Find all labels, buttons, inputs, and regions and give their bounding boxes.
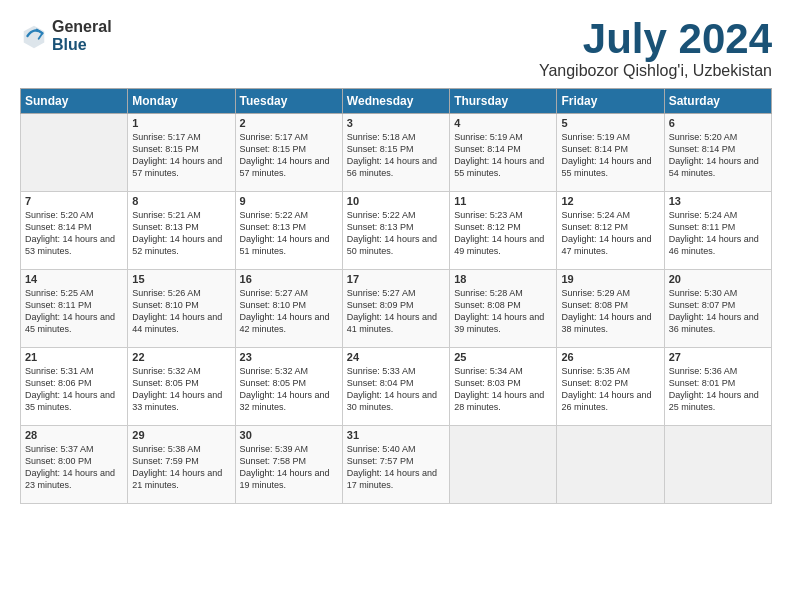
calendar-container: General Blue July 2024 Yangibozor Qishlo…	[0, 0, 792, 514]
day-number: 21	[25, 351, 123, 363]
cell-info: Sunrise: 5:17 AMSunset: 8:15 PMDaylight:…	[240, 132, 330, 178]
col-saturday: Saturday	[664, 89, 771, 114]
day-number: 10	[347, 195, 445, 207]
calendar-table: Sunday Monday Tuesday Wednesday Thursday…	[20, 88, 772, 504]
month-title: July 2024	[539, 18, 772, 60]
calendar-cell: 23Sunrise: 5:32 AMSunset: 8:05 PMDayligh…	[235, 348, 342, 426]
week-row-1: 1Sunrise: 5:17 AMSunset: 8:15 PMDaylight…	[21, 114, 772, 192]
day-number: 22	[132, 351, 230, 363]
cell-info: Sunrise: 5:38 AMSunset: 7:59 PMDaylight:…	[132, 444, 222, 490]
cell-info: Sunrise: 5:20 AMSunset: 8:14 PMDaylight:…	[669, 132, 759, 178]
header-row: Sunday Monday Tuesday Wednesday Thursday…	[21, 89, 772, 114]
calendar-cell: 15Sunrise: 5:26 AMSunset: 8:10 PMDayligh…	[128, 270, 235, 348]
cell-info: Sunrise: 5:24 AMSunset: 8:12 PMDaylight:…	[561, 210, 651, 256]
cell-info: Sunrise: 5:31 AMSunset: 8:06 PMDaylight:…	[25, 366, 115, 412]
week-row-3: 14Sunrise: 5:25 AMSunset: 8:11 PMDayligh…	[21, 270, 772, 348]
calendar-cell: 8Sunrise: 5:21 AMSunset: 8:13 PMDaylight…	[128, 192, 235, 270]
calendar-cell: 11Sunrise: 5:23 AMSunset: 8:12 PMDayligh…	[450, 192, 557, 270]
calendar-cell	[450, 426, 557, 504]
cell-info: Sunrise: 5:17 AMSunset: 8:15 PMDaylight:…	[132, 132, 222, 178]
calendar-cell: 7Sunrise: 5:20 AMSunset: 8:14 PMDaylight…	[21, 192, 128, 270]
day-number: 19	[561, 273, 659, 285]
day-number: 6	[669, 117, 767, 129]
calendar-cell: 31Sunrise: 5:40 AMSunset: 7:57 PMDayligh…	[342, 426, 449, 504]
calendar-cell: 1Sunrise: 5:17 AMSunset: 8:15 PMDaylight…	[128, 114, 235, 192]
day-number: 26	[561, 351, 659, 363]
day-number: 8	[132, 195, 230, 207]
day-number: 18	[454, 273, 552, 285]
day-number: 14	[25, 273, 123, 285]
cell-info: Sunrise: 5:21 AMSunset: 8:13 PMDaylight:…	[132, 210, 222, 256]
day-number: 24	[347, 351, 445, 363]
calendar-cell: 5Sunrise: 5:19 AMSunset: 8:14 PMDaylight…	[557, 114, 664, 192]
logo: General Blue	[20, 18, 112, 54]
cell-info: Sunrise: 5:40 AMSunset: 7:57 PMDaylight:…	[347, 444, 437, 490]
calendar-cell: 3Sunrise: 5:18 AMSunset: 8:15 PMDaylight…	[342, 114, 449, 192]
cell-info: Sunrise: 5:33 AMSunset: 8:04 PMDaylight:…	[347, 366, 437, 412]
location-title: Yangibozor Qishlog'i, Uzbekistan	[539, 62, 772, 80]
calendar-cell	[21, 114, 128, 192]
day-number: 3	[347, 117, 445, 129]
calendar-cell: 12Sunrise: 5:24 AMSunset: 8:12 PMDayligh…	[557, 192, 664, 270]
day-number: 28	[25, 429, 123, 441]
logo-blue: Blue	[52, 36, 87, 53]
day-number: 31	[347, 429, 445, 441]
day-number: 5	[561, 117, 659, 129]
logo-icon	[20, 22, 48, 50]
calendar-cell: 4Sunrise: 5:19 AMSunset: 8:14 PMDaylight…	[450, 114, 557, 192]
col-monday: Monday	[128, 89, 235, 114]
day-number: 16	[240, 273, 338, 285]
calendar-cell: 30Sunrise: 5:39 AMSunset: 7:58 PMDayligh…	[235, 426, 342, 504]
cell-info: Sunrise: 5:22 AMSunset: 8:13 PMDaylight:…	[347, 210, 437, 256]
day-number: 11	[454, 195, 552, 207]
cell-info: Sunrise: 5:34 AMSunset: 8:03 PMDaylight:…	[454, 366, 544, 412]
cell-info: Sunrise: 5:36 AMSunset: 8:01 PMDaylight:…	[669, 366, 759, 412]
cell-info: Sunrise: 5:19 AMSunset: 8:14 PMDaylight:…	[561, 132, 651, 178]
calendar-cell: 20Sunrise: 5:30 AMSunset: 8:07 PMDayligh…	[664, 270, 771, 348]
logo-text: General Blue	[52, 18, 112, 54]
calendar-cell: 10Sunrise: 5:22 AMSunset: 8:13 PMDayligh…	[342, 192, 449, 270]
day-number: 30	[240, 429, 338, 441]
cell-info: Sunrise: 5:37 AMSunset: 8:00 PMDaylight:…	[25, 444, 115, 490]
day-number: 25	[454, 351, 552, 363]
cell-info: Sunrise: 5:35 AMSunset: 8:02 PMDaylight:…	[561, 366, 651, 412]
day-number: 9	[240, 195, 338, 207]
cell-info: Sunrise: 5:20 AMSunset: 8:14 PMDaylight:…	[25, 210, 115, 256]
calendar-cell: 21Sunrise: 5:31 AMSunset: 8:06 PMDayligh…	[21, 348, 128, 426]
cell-info: Sunrise: 5:26 AMSunset: 8:10 PMDaylight:…	[132, 288, 222, 334]
calendar-cell: 22Sunrise: 5:32 AMSunset: 8:05 PMDayligh…	[128, 348, 235, 426]
col-thursday: Thursday	[450, 89, 557, 114]
cell-info: Sunrise: 5:27 AMSunset: 8:10 PMDaylight:…	[240, 288, 330, 334]
cell-info: Sunrise: 5:27 AMSunset: 8:09 PMDaylight:…	[347, 288, 437, 334]
cell-info: Sunrise: 5:39 AMSunset: 7:58 PMDaylight:…	[240, 444, 330, 490]
cell-info: Sunrise: 5:25 AMSunset: 8:11 PMDaylight:…	[25, 288, 115, 334]
calendar-cell: 26Sunrise: 5:35 AMSunset: 8:02 PMDayligh…	[557, 348, 664, 426]
calendar-cell: 17Sunrise: 5:27 AMSunset: 8:09 PMDayligh…	[342, 270, 449, 348]
calendar-cell	[557, 426, 664, 504]
calendar-cell	[664, 426, 771, 504]
cell-info: Sunrise: 5:28 AMSunset: 8:08 PMDaylight:…	[454, 288, 544, 334]
title-block: July 2024 Yangibozor Qishlog'i, Uzbekist…	[539, 18, 772, 80]
cell-info: Sunrise: 5:32 AMSunset: 8:05 PMDaylight:…	[132, 366, 222, 412]
header: General Blue July 2024 Yangibozor Qishlo…	[20, 18, 772, 80]
col-sunday: Sunday	[21, 89, 128, 114]
cell-info: Sunrise: 5:24 AMSunset: 8:11 PMDaylight:…	[669, 210, 759, 256]
logo-general: General	[52, 18, 112, 35]
cell-info: Sunrise: 5:32 AMSunset: 8:05 PMDaylight:…	[240, 366, 330, 412]
day-number: 20	[669, 273, 767, 285]
day-number: 29	[132, 429, 230, 441]
day-number: 1	[132, 117, 230, 129]
calendar-cell: 27Sunrise: 5:36 AMSunset: 8:01 PMDayligh…	[664, 348, 771, 426]
calendar-cell: 2Sunrise: 5:17 AMSunset: 8:15 PMDaylight…	[235, 114, 342, 192]
calendar-cell: 24Sunrise: 5:33 AMSunset: 8:04 PMDayligh…	[342, 348, 449, 426]
cell-info: Sunrise: 5:22 AMSunset: 8:13 PMDaylight:…	[240, 210, 330, 256]
day-number: 4	[454, 117, 552, 129]
week-row-4: 21Sunrise: 5:31 AMSunset: 8:06 PMDayligh…	[21, 348, 772, 426]
cell-info: Sunrise: 5:23 AMSunset: 8:12 PMDaylight:…	[454, 210, 544, 256]
col-friday: Friday	[557, 89, 664, 114]
calendar-cell: 29Sunrise: 5:38 AMSunset: 7:59 PMDayligh…	[128, 426, 235, 504]
cell-info: Sunrise: 5:30 AMSunset: 8:07 PMDaylight:…	[669, 288, 759, 334]
calendar-cell: 18Sunrise: 5:28 AMSunset: 8:08 PMDayligh…	[450, 270, 557, 348]
col-wednesday: Wednesday	[342, 89, 449, 114]
day-number: 15	[132, 273, 230, 285]
